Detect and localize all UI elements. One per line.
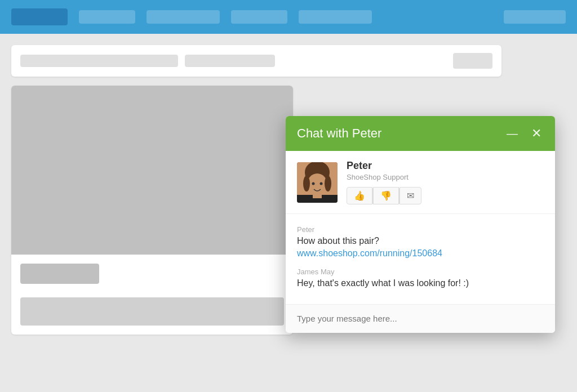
minimize-button[interactable]: —	[504, 127, 520, 140]
chat-modal: Chat with Peter — ✕	[286, 116, 555, 333]
agent-avatar	[297, 162, 338, 203]
search-button-mock[interactable]	[453, 53, 492, 69]
agent-actions: 👍 👎 ✉	[347, 187, 544, 204]
nav-link-1[interactable]	[79, 10, 135, 24]
card-button-mock[interactable]	[20, 264, 99, 284]
card-footer-mock	[20, 297, 284, 326]
top-nav	[0, 0, 577, 34]
close-button[interactable]: ✕	[529, 126, 544, 141]
svg-rect-4	[313, 191, 322, 198]
chat-input[interactable]	[297, 314, 544, 323]
email-button[interactable]: ✉	[400, 187, 421, 204]
message-text-1: How about this pair?	[297, 236, 544, 246]
card-image	[11, 86, 293, 255]
nav-link-4[interactable]	[299, 10, 372, 24]
nav-link-2[interactable]	[147, 10, 220, 24]
thumbs-up-button[interactable]: 👍	[347, 187, 372, 204]
agent-role: ShoeShop Support	[347, 173, 544, 181]
svg-point-6	[320, 182, 323, 185]
chat-messages: Peter How about this pair? www.shoeshop.…	[286, 214, 555, 304]
agent-details: Peter ShoeShop Support 👍 👎 ✉	[347, 160, 544, 204]
chat-title: Chat with Peter	[297, 126, 381, 141]
thumbs-down-button[interactable]: 👎	[373, 187, 399, 204]
svg-point-8	[325, 176, 331, 191]
nav-logo	[11, 8, 68, 25]
message-sender-2: James May	[297, 268, 544, 276]
chat-header-controls: — ✕	[504, 126, 544, 141]
chat-input-area	[286, 304, 555, 333]
search-input-mock	[20, 55, 178, 67]
agent-name: Peter	[347, 160, 544, 172]
search-filter-mock	[185, 55, 275, 67]
search-bar	[11, 45, 501, 77]
message-link-1[interactable]: www.shoeshop.com/running/150684	[297, 248, 544, 259]
nav-link-5[interactable]	[504, 10, 566, 24]
main-card	[11, 86, 293, 335]
message-sender-1: Peter	[297, 225, 544, 234]
svg-point-7	[303, 176, 310, 191]
svg-point-5	[312, 182, 315, 185]
message-text-2: Hey, that's exactly what I was looking f…	[297, 278, 544, 288]
nav-link-3[interactable]	[231, 10, 287, 24]
agent-info: Peter ShoeShop Support 👍 👎 ✉	[286, 151, 555, 214]
chat-header: Chat with Peter — ✕	[286, 116, 555, 151]
